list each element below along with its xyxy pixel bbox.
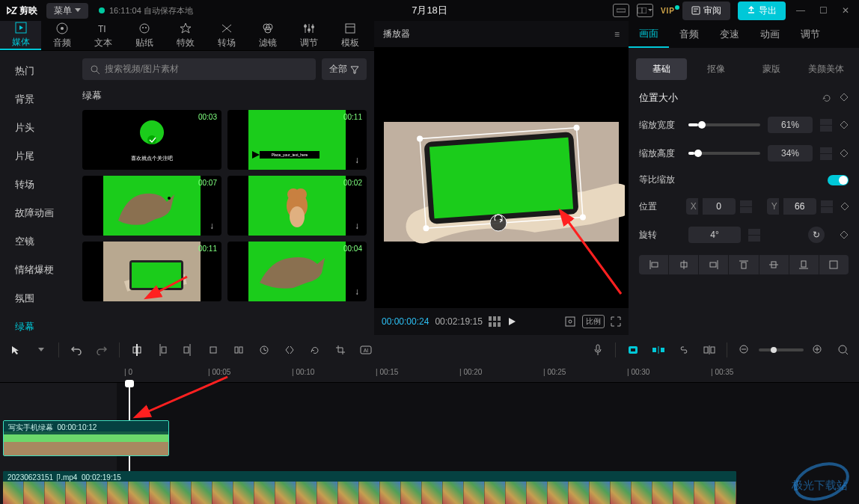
asset-thumb[interactable]: 00:02 ↓ <box>227 176 367 236</box>
ratio-button[interactable]: 比例 <box>582 315 605 328</box>
spinner[interactable] <box>740 200 752 213</box>
tab-transition[interactable]: 转场 <box>206 21 247 50</box>
x-value[interactable]: 0 <box>703 198 736 215</box>
grid-icon[interactable] <box>489 316 501 327</box>
scale-width-slider[interactable] <box>688 123 760 126</box>
search-input[interactable]: 搜索视频/图片素材 <box>82 58 316 80</box>
crop-button[interactable] <box>202 339 224 361</box>
ai-button[interactable]: AI <box>355 339 377 361</box>
timeline-tracks[interactable]: 写实手机绿幕 00:00:10:12 20230623151卩.mp4 00:0… <box>0 383 859 504</box>
align-right[interactable] <box>699 255 729 274</box>
sidebar-item-hot[interactable]: 热门 <box>0 57 75 85</box>
crop2-button[interactable] <box>329 339 352 361</box>
filter-button[interactable]: 全部 <box>322 58 367 80</box>
asset-thumb[interactable]: 00:07 ↓ <box>82 176 221 236</box>
preview-cut-button[interactable] <box>698 339 721 361</box>
minimize-button[interactable]: — <box>793 3 808 18</box>
keyframe-icon[interactable] <box>840 230 849 239</box>
download-icon[interactable]: ↓ <box>350 285 364 298</box>
prop-tab-adjust[interactable]: 调节 <box>790 21 831 48</box>
download-icon[interactable]: ↓ <box>350 219 364 233</box>
keyframe-icon[interactable] <box>840 93 849 102</box>
reverse-button[interactable] <box>253 339 275 361</box>
sidebar-item-transition[interactable]: 转场 <box>0 170 75 199</box>
prop-tab-anim[interactable]: 动画 <box>750 21 790 48</box>
prop-tab-speed[interactable]: 变速 <box>709 21 750 48</box>
zoom-out-button[interactable] <box>733 339 756 361</box>
scale-height-slider[interactable] <box>688 152 760 155</box>
tab-template[interactable]: 模板 <box>329 21 370 50</box>
fullframe-icon[interactable] <box>564 316 576 328</box>
freeze-button[interactable] <box>227 339 250 361</box>
prop-tab-picture[interactable]: 画面 <box>629 21 669 48</box>
magnet-aux-button[interactable] <box>647 339 670 361</box>
scale-height-value[interactable]: 34% <box>768 145 813 162</box>
sidebar-item-empty[interactable]: 空镜 <box>0 227 75 256</box>
mirror-button[interactable] <box>278 339 301 361</box>
spinner[interactable] <box>748 229 760 242</box>
maximize-button[interactable]: ☐ <box>816 3 831 18</box>
reset-icon[interactable] <box>822 93 832 103</box>
lock-ratio-toggle[interactable] <box>828 175 849 185</box>
spinner[interactable] <box>820 119 832 132</box>
keyframe-icon[interactable] <box>840 149 849 158</box>
tab-filter[interactable]: 滤镜 <box>247 21 288 50</box>
sidebar-item-glitch[interactable]: 故障动画 <box>0 199 75 227</box>
main-menu-button[interactable]: 菜单 <box>46 3 88 19</box>
layout-icon[interactable] <box>637 4 653 17</box>
play-button[interactable] <box>507 316 517 327</box>
sidebar-item-background[interactable]: 背景 <box>0 85 75 114</box>
zoom-in-button[interactable] <box>807 339 829 361</box>
zoom-slider[interactable] <box>759 348 804 351</box>
vip-badge[interactable]: VIP <box>661 7 675 15</box>
redo-button[interactable] <box>91 339 113 361</box>
tab-media[interactable]: 媒体 <box>0 21 41 50</box>
subtab-cutout[interactable]: 抠像 <box>691 58 742 80</box>
asset-thumb[interactable]: Place_your_text_here 00:11 ↓ <box>227 110 367 170</box>
download-icon[interactable]: ↓ <box>350 153 364 167</box>
sidebar-item-mood[interactable]: 氛围 <box>0 284 75 313</box>
rotate-step-button[interactable]: ↻ <box>808 227 825 243</box>
select-tool[interactable] <box>4 339 27 361</box>
align-center-v[interactable] <box>759 255 789 274</box>
magnet-main-button[interactable] <box>622 339 644 361</box>
align-bottom[interactable] <box>789 255 819 274</box>
asset-thumb[interactable]: 00:11 <box>82 242 221 301</box>
spinner[interactable] <box>820 147 832 160</box>
sidebar-item-meme[interactable]: 情绪爆梗 <box>0 256 75 284</box>
scale-width-value[interactable]: 61% <box>768 117 813 133</box>
player-menu-icon[interactable]: ≡ <box>614 29 620 40</box>
tab-sticker[interactable]: 贴纸 <box>123 21 165 50</box>
tab-audio[interactable]: 音频 <box>41 21 82 50</box>
rotation-value[interactable]: 4° <box>688 227 741 243</box>
sidebar-item-outro[interactable]: 片尾 <box>0 142 75 170</box>
select-dropdown[interactable] <box>30 339 52 361</box>
record-button[interactable] <box>587 339 609 361</box>
link-button[interactable] <box>673 339 695 361</box>
align-full[interactable] <box>819 255 849 274</box>
y-value[interactable]: 66 <box>783 198 816 215</box>
export-button[interactable]: 导出 <box>738 1 786 20</box>
keyframe-icon[interactable] <box>840 120 849 129</box>
keyframe-icon[interactable] <box>840 202 849 211</box>
player-viewport[interactable] <box>374 48 629 308</box>
asset-thumb[interactable]: 00:04 ↓ <box>227 242 367 301</box>
delete-left-button[interactable] <box>151 339 174 361</box>
zoom-fit-button[interactable] <box>832 339 855 361</box>
subtab-mask[interactable]: 蒙版 <box>746 58 797 80</box>
split-button[interactable] <box>126 339 148 361</box>
timeline-clip-overlay[interactable]: 写实手机绿幕 00:00:10:12 <box>3 420 169 456</box>
shortcut-icon[interactable] <box>613 4 629 17</box>
tab-text[interactable]: TI 文本 <box>82 21 123 50</box>
align-left[interactable] <box>639 255 669 274</box>
undo-button[interactable] <box>65 339 88 361</box>
align-top[interactable] <box>729 255 759 274</box>
spinner[interactable] <box>821 200 833 213</box>
close-button[interactable]: ✕ <box>838 3 853 18</box>
sidebar-item-intro[interactable]: 片头 <box>0 114 75 142</box>
timeline-clip-main[interactable]: 20230623151卩.mp4 00:02:19:15 <box>3 471 736 504</box>
review-button[interactable]: 审阅 <box>682 1 730 20</box>
rotate-button[interactable] <box>304 339 326 361</box>
fullscreen-icon[interactable] <box>611 316 621 327</box>
asset-thumb[interactable]: 喜欢就点个关注吧 00:03 <box>82 110 221 170</box>
